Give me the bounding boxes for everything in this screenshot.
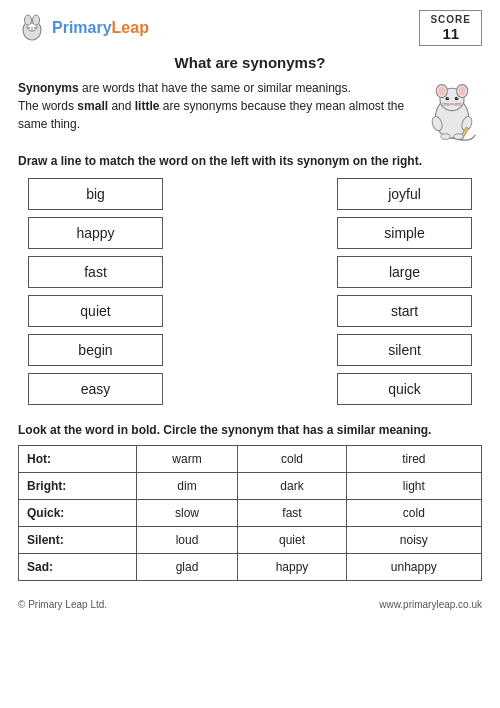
row-cell: quiet [238, 527, 346, 554]
list-item: begin [28, 334, 163, 366]
row-label: Quick: [19, 500, 137, 527]
row-cell: fast [238, 500, 346, 527]
score-box: SCORE 11 [419, 10, 482, 46]
page: PrimaryLeap SCORE 11 What are synonyms? … [0, 0, 500, 708]
svg-point-17 [450, 103, 454, 106]
table-row: Quick:slowfastcold [19, 500, 482, 527]
row-label: Silent: [19, 527, 137, 554]
synonyms-bold: Synonyms [18, 81, 79, 95]
intro-and: and [108, 99, 135, 113]
logo-area: PrimaryLeap [18, 14, 149, 42]
intro-section: Synonyms are words that have the same or… [18, 79, 482, 144]
table-row: Hot:warmcoldtired [19, 446, 482, 473]
match-section: big happy fast quiet begin easy joyful s… [18, 178, 482, 405]
footer-right: www.primaryleap.co.uk [379, 599, 482, 610]
list-item: simple [337, 217, 472, 249]
list-item: quiet [28, 295, 163, 327]
synonym-table: Hot:warmcoldtiredBright:dimdarklightQuic… [18, 445, 482, 581]
svg-point-27 [454, 134, 463, 140]
table-row: Sad:gladhappyunhappy [19, 554, 482, 581]
intro-text: Synonyms are words that have the same or… [18, 79, 412, 133]
header: PrimaryLeap SCORE 11 [18, 10, 482, 46]
svg-point-4 [33, 15, 40, 25]
row-cell: warm [136, 446, 238, 473]
row-cell: dark [238, 473, 346, 500]
list-item: fast [28, 256, 163, 288]
list-item: large [337, 256, 472, 288]
list-item: quick [337, 373, 472, 405]
page-title: What are synonyms? [18, 54, 482, 71]
list-item: start [337, 295, 472, 327]
mouse-illustration [422, 79, 482, 144]
list-item: big [28, 178, 163, 210]
list-item: easy [28, 373, 163, 405]
instruction1: Draw a line to match the word on the lef… [18, 154, 482, 168]
list-item: joyful [337, 178, 472, 210]
list-item: happy [28, 217, 163, 249]
row-cell: slow [136, 500, 238, 527]
instruction2: Look at the word in bold. Circle the syn… [18, 423, 482, 437]
row-cell: tired [346, 446, 481, 473]
logo-text: PrimaryLeap [52, 19, 149, 37]
svg-point-15 [447, 97, 448, 98]
left-column: big happy fast quiet begin easy [28, 178, 163, 405]
row-cell: noisy [346, 527, 481, 554]
svg-point-12 [459, 86, 466, 95]
logo-primary: Primary [52, 19, 112, 36]
row-cell: glad [136, 554, 238, 581]
logo-icon [18, 14, 46, 42]
logo-leap: Leap [112, 19, 149, 36]
right-column: joyful simple large start silent quick [337, 178, 472, 405]
footer-left: © Primary Leap Ltd. [18, 599, 107, 610]
table-row: Bright:dimdarklight [19, 473, 482, 500]
svg-point-6 [34, 27, 36, 29]
svg-point-26 [441, 134, 450, 140]
small-bold: small [77, 99, 108, 113]
row-label: Hot: [19, 446, 137, 473]
table-row: Silent:loudquietnoisy [19, 527, 482, 554]
row-label: Bright: [19, 473, 137, 500]
svg-point-5 [28, 27, 30, 29]
row-cell: happy [238, 554, 346, 581]
svg-point-13 [446, 97, 450, 101]
intro-line1: are words that have the same or similar … [82, 81, 351, 95]
little-bold: little [135, 99, 160, 113]
row-cell: loud [136, 527, 238, 554]
row-cell: cold [346, 500, 481, 527]
row-cell: light [346, 473, 481, 500]
svg-point-11 [438, 86, 445, 95]
intro-line2a: The words [18, 99, 77, 113]
score-value: 11 [430, 25, 471, 42]
list-item: silent [337, 334, 472, 366]
svg-point-16 [457, 97, 458, 98]
row-cell: unhappy [346, 554, 481, 581]
svg-point-3 [25, 15, 32, 25]
svg-point-14 [455, 97, 459, 101]
score-label: SCORE [430, 14, 471, 25]
row-cell: cold [238, 446, 346, 473]
row-label: Sad: [19, 554, 137, 581]
row-cell: dim [136, 473, 238, 500]
footer: © Primary Leap Ltd. www.primaryleap.co.u… [18, 599, 482, 610]
